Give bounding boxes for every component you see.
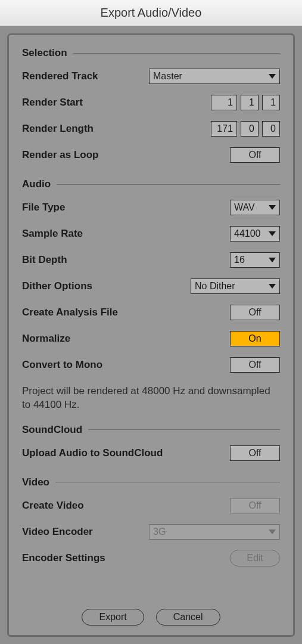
section-header-selection: Selection [22,47,280,59]
divider [57,184,280,185]
chevron-down-icon [269,258,276,262]
row-encoder-settings: Encoder Settings Edit [22,549,280,567]
row-convert-mono: Convert to Mono Off [22,356,280,374]
section-label: SoundCloud [22,424,82,436]
chevron-down-icon [269,530,276,534]
row-render-start: Render Start 1 1 1 [22,94,280,112]
toggle-upload-soundcloud[interactable]: Off [230,445,280,461]
row-dither: Dither Options No Dither [22,277,280,295]
chevron-down-icon [269,205,276,210]
label-render-length: Render Length [22,123,94,135]
dropdown-value: 44100 [234,228,265,239]
dialog-footer: Export Cancel [22,599,280,626]
dropdown-sample-rate[interactable]: 44100 [230,226,280,242]
render-length-sixteenths[interactable]: 0 [262,121,280,137]
row-normalize: Normalize On [22,330,280,348]
label-rendered-track: Rendered Track [22,70,98,82]
label-sample-rate: Sample Rate [22,228,83,240]
section-label: Selection [22,47,67,59]
window-titlebar: Export Audio/Video [0,0,302,26]
row-file-type: File Type WAV [22,199,280,216]
button-encoder-edit: Edit [230,550,280,566]
toggle-create-video: Off [230,498,280,513]
row-bit-depth: Bit Depth 16 [22,251,280,269]
render-start-bars[interactable]: 1 [211,95,237,110]
render-start-beats[interactable]: 1 [241,95,259,110]
row-analysis-file: Create Analysis File Off [22,304,280,321]
row-render-loop: Render as Loop Off [22,146,280,164]
divider [73,53,280,54]
section-header-audio: Audio [22,178,280,190]
label-render-start: Render Start [22,97,83,109]
dropdown-rendered-track[interactable]: Master [149,69,280,84]
label-bit-depth: Bit Depth [22,254,67,266]
dropdown-dither[interactable]: No Dither [191,278,280,294]
dropdown-value: WAV [234,202,265,213]
dropdown-value: 3G [153,527,265,537]
window-title: Export Audio/Video [101,6,202,20]
render-start-group: 1 1 1 [211,95,280,110]
audio-info-text: Project will be rendered at 48000 Hz and… [22,385,280,412]
label-video-encoder: Video Encoder [22,526,93,538]
divider [88,429,280,430]
toggle-normalize[interactable]: On [230,331,280,346]
toggle-analysis-file[interactable]: Off [230,305,280,320]
dropdown-value: 16 [234,255,265,265]
render-length-bars[interactable]: 171 [211,121,237,137]
label-encoder-settings: Encoder Settings [22,552,105,564]
row-sample-rate: Sample Rate 44100 [22,225,280,243]
label-analysis-file: Create Analysis File [22,306,118,318]
dropdown-value: No Dither [195,281,265,292]
row-upload-soundcloud: Upload Audio to SoundCloud Off [22,444,280,462]
section-header-video: Video [22,476,280,488]
cancel-button[interactable]: Cancel [156,609,220,626]
divider [55,482,280,482]
row-create-video: Create Video Off [22,497,280,515]
dropdown-bit-depth[interactable]: 16 [230,252,280,268]
dialog-frame: Selection Rendered Track Master Render S… [0,26,302,644]
row-render-length: Render Length 171 0 0 [22,120,280,138]
dialog-body: Selection Rendered Track Master Render S… [7,33,295,637]
label-upload-soundcloud: Upload Audio to SoundCloud [22,447,163,459]
section-label: Audio [22,178,51,190]
row-video-encoder: Video Encoder 3G [22,523,280,541]
label-create-video: Create Video [22,500,84,512]
render-start-sixteenths[interactable]: 1 [262,95,280,110]
label-convert-mono: Convert to Mono [22,359,102,371]
render-length-group: 171 0 0 [211,121,280,137]
chevron-down-icon [269,231,276,236]
toggle-render-loop[interactable]: Off [230,147,280,163]
dropdown-file-type[interactable]: WAV [230,200,280,215]
dropdown-video-encoder: 3G [149,524,280,540]
export-button[interactable]: Export [82,609,144,626]
toggle-convert-mono[interactable]: Off [230,357,280,373]
section-label: Video [22,476,49,488]
chevron-down-icon [269,284,276,289]
label-normalize: Normalize [22,333,70,345]
row-rendered-track: Rendered Track Master [22,67,280,85]
render-length-beats[interactable]: 0 [241,121,259,137]
label-file-type: File Type [22,202,65,213]
label-render-loop: Render as Loop [22,149,98,161]
label-dither: Dither Options [22,280,92,292]
section-header-soundcloud: SoundCloud [22,424,280,436]
chevron-down-icon [269,74,276,79]
dropdown-value: Master [153,71,265,82]
